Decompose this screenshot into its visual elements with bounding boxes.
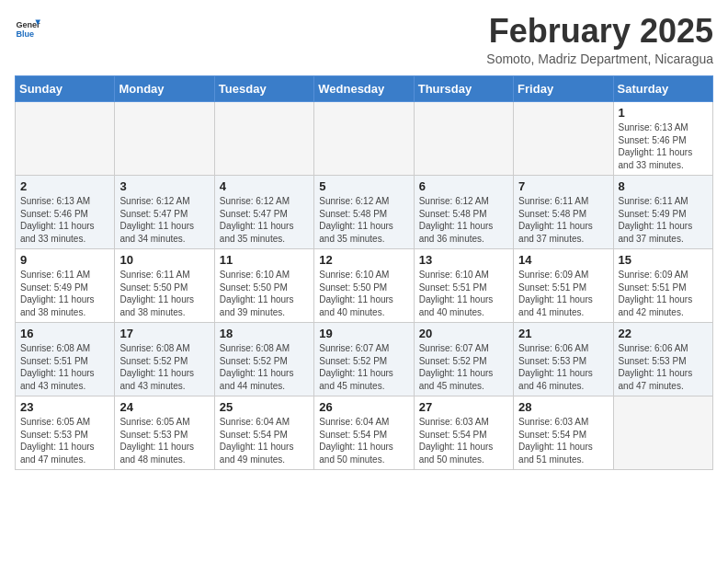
- calendar-cell: 5Sunrise: 6:12 AMSunset: 5:48 PMDaylight…: [314, 176, 414, 249]
- week-row-2: 2Sunrise: 6:13 AMSunset: 5:46 PMDaylight…: [16, 176, 713, 249]
- calendar-cell: 6Sunrise: 6:12 AMSunset: 5:48 PMDaylight…: [414, 176, 513, 249]
- day-info: Sunrise: 6:08 AMSunset: 5:51 PMDaylight:…: [20, 342, 109, 392]
- calendar-table: SundayMondayTuesdayWednesdayThursdayFrid…: [15, 75, 713, 470]
- calendar-cell: [115, 102, 214, 176]
- calendar-cell: 8Sunrise: 6:11 AMSunset: 5:49 PMDaylight…: [613, 176, 712, 249]
- weekday-header-saturday: Saturday: [613, 76, 712, 102]
- title-block: February 2025 Somoto, Madriz Department,…: [486, 15, 713, 66]
- day-info: Sunrise: 6:09 AMSunset: 5:51 PMDaylight:…: [619, 269, 708, 318]
- day-number: 13: [419, 253, 508, 267]
- day-number: 28: [518, 400, 608, 414]
- weekday-header-thursday: Thursday: [414, 76, 513, 102]
- day-info: Sunrise: 6:03 AMSunset: 5:54 PMDaylight:…: [419, 416, 508, 465]
- day-number: 1: [619, 106, 708, 120]
- calendar-cell: 28Sunrise: 6:03 AMSunset: 5:54 PMDayligh…: [514, 396, 613, 470]
- calendar-cell: [16, 102, 115, 176]
- day-info: Sunrise: 6:09 AMSunset: 5:51 PMDaylight:…: [518, 269, 608, 318]
- calendar-cell: 12Sunrise: 6:10 AMSunset: 5:50 PMDayligh…: [314, 249, 414, 323]
- calendar-cell: 2Sunrise: 6:13 AMSunset: 5:46 PMDaylight…: [16, 176, 115, 249]
- day-number: 18: [220, 327, 309, 340]
- day-number: 19: [319, 327, 408, 340]
- calendar-cell: [414, 102, 513, 176]
- day-info: Sunrise: 6:08 AMSunset: 5:52 PMDaylight:…: [220, 342, 309, 392]
- weekday-header-monday: Monday: [115, 76, 214, 102]
- day-number: 4: [220, 179, 309, 193]
- calendar-cell: 26Sunrise: 6:04 AMSunset: 5:54 PMDayligh…: [314, 396, 414, 470]
- calendar-cell: 17Sunrise: 6:08 AMSunset: 5:52 PMDayligh…: [115, 323, 214, 396]
- day-number: 23: [20, 400, 109, 414]
- day-info: Sunrise: 6:07 AMSunset: 5:52 PMDaylight:…: [319, 342, 408, 392]
- calendar-cell: 22Sunrise: 6:06 AMSunset: 5:53 PMDayligh…: [613, 323, 712, 396]
- day-info: Sunrise: 6:10 AMSunset: 5:50 PMDaylight:…: [220, 269, 309, 318]
- week-row-1: 1Sunrise: 6:13 AMSunset: 5:46 PMDaylight…: [16, 102, 713, 176]
- day-info: Sunrise: 6:11 AMSunset: 5:49 PMDaylight:…: [20, 269, 109, 318]
- weekday-header-friday: Friday: [514, 76, 613, 102]
- day-info: Sunrise: 6:12 AMSunset: 5:48 PMDaylight:…: [419, 195, 508, 245]
- calendar-cell: 19Sunrise: 6:07 AMSunset: 5:52 PMDayligh…: [314, 323, 414, 396]
- calendar-cell: 25Sunrise: 6:04 AMSunset: 5:54 PMDayligh…: [214, 396, 313, 470]
- day-info: Sunrise: 6:03 AMSunset: 5:54 PMDaylight:…: [518, 416, 608, 465]
- weekday-header-wednesday: Wednesday: [314, 76, 414, 102]
- week-row-5: 23Sunrise: 6:05 AMSunset: 5:53 PMDayligh…: [16, 396, 713, 470]
- day-number: 6: [419, 179, 508, 193]
- calendar-cell: 10Sunrise: 6:11 AMSunset: 5:50 PMDayligh…: [115, 249, 214, 323]
- day-info: Sunrise: 6:11 AMSunset: 5:48 PMDaylight:…: [518, 195, 608, 245]
- day-number: 27: [419, 400, 508, 414]
- day-info: Sunrise: 6:13 AMSunset: 5:46 PMDaylight:…: [20, 195, 109, 245]
- calendar-cell: 4Sunrise: 6:12 AMSunset: 5:47 PMDaylight…: [214, 176, 313, 249]
- calendar-cell: [514, 102, 613, 176]
- location-title: Somoto, Madriz Department, Nicaragua: [486, 52, 713, 66]
- calendar-cell: 3Sunrise: 6:12 AMSunset: 5:47 PMDaylight…: [115, 176, 214, 249]
- day-info: Sunrise: 6:13 AMSunset: 5:46 PMDaylight:…: [619, 121, 708, 171]
- day-number: 2: [20, 179, 109, 193]
- day-number: 17: [119, 327, 209, 340]
- day-number: 21: [518, 327, 608, 340]
- day-number: 8: [619, 179, 708, 193]
- calendar-cell: 20Sunrise: 6:07 AMSunset: 5:52 PMDayligh…: [414, 323, 513, 396]
- day-number: 12: [319, 253, 408, 267]
- day-number: 24: [119, 400, 209, 414]
- page-header: General Blue February 2025 Somoto, Madri…: [15, 15, 713, 66]
- logo-icon: General Blue: [15, 15, 40, 40]
- calendar-cell: [314, 102, 414, 176]
- week-row-3: 9Sunrise: 6:11 AMSunset: 5:49 PMDaylight…: [16, 249, 713, 323]
- day-number: 11: [220, 253, 309, 267]
- weekday-header-tuesday: Tuesday: [214, 76, 313, 102]
- day-info: Sunrise: 6:11 AMSunset: 5:50 PMDaylight:…: [119, 269, 209, 318]
- logo: General Blue: [15, 15, 40, 40]
- calendar-cell: 23Sunrise: 6:05 AMSunset: 5:53 PMDayligh…: [16, 396, 115, 470]
- weekday-header-sunday: Sunday: [16, 76, 115, 102]
- day-info: Sunrise: 6:04 AMSunset: 5:54 PMDaylight:…: [220, 416, 309, 465]
- calendar-cell: 18Sunrise: 6:08 AMSunset: 5:52 PMDayligh…: [214, 323, 313, 396]
- calendar-cell: [214, 102, 313, 176]
- day-number: 9: [20, 253, 109, 267]
- day-number: 3: [119, 179, 209, 193]
- day-info: Sunrise: 6:10 AMSunset: 5:51 PMDaylight:…: [419, 269, 508, 318]
- day-info: Sunrise: 6:12 AMSunset: 5:48 PMDaylight:…: [319, 195, 408, 245]
- weekday-header-row: SundayMondayTuesdayWednesdayThursdayFrid…: [16, 76, 713, 102]
- day-info: Sunrise: 6:05 AMSunset: 5:53 PMDaylight:…: [119, 416, 209, 465]
- day-info: Sunrise: 6:11 AMSunset: 5:49 PMDaylight:…: [619, 195, 708, 245]
- day-number: 15: [619, 253, 708, 267]
- calendar-cell: 24Sunrise: 6:05 AMSunset: 5:53 PMDayligh…: [115, 396, 214, 470]
- svg-text:Blue: Blue: [16, 29, 34, 39]
- calendar-cell: 16Sunrise: 6:08 AMSunset: 5:51 PMDayligh…: [16, 323, 115, 396]
- calendar-cell: 11Sunrise: 6:10 AMSunset: 5:50 PMDayligh…: [214, 249, 313, 323]
- day-info: Sunrise: 6:12 AMSunset: 5:47 PMDaylight:…: [119, 195, 209, 245]
- day-number: 16: [20, 327, 109, 340]
- week-row-4: 16Sunrise: 6:08 AMSunset: 5:51 PMDayligh…: [16, 323, 713, 396]
- calendar-cell: 27Sunrise: 6:03 AMSunset: 5:54 PMDayligh…: [414, 396, 513, 470]
- day-number: 14: [518, 253, 608, 267]
- calendar-cell: 13Sunrise: 6:10 AMSunset: 5:51 PMDayligh…: [414, 249, 513, 323]
- day-number: 20: [419, 327, 508, 340]
- day-info: Sunrise: 6:10 AMSunset: 5:50 PMDaylight:…: [319, 269, 408, 318]
- day-number: 22: [619, 327, 708, 340]
- day-number: 10: [119, 253, 209, 267]
- calendar-cell: 7Sunrise: 6:11 AMSunset: 5:48 PMDaylight…: [514, 176, 613, 249]
- day-number: 5: [319, 179, 408, 193]
- calendar-cell: 21Sunrise: 6:06 AMSunset: 5:53 PMDayligh…: [514, 323, 613, 396]
- day-info: Sunrise: 6:12 AMSunset: 5:47 PMDaylight:…: [220, 195, 309, 245]
- day-info: Sunrise: 6:04 AMSunset: 5:54 PMDaylight:…: [319, 416, 408, 465]
- calendar-cell: 15Sunrise: 6:09 AMSunset: 5:51 PMDayligh…: [613, 249, 712, 323]
- calendar-cell: 9Sunrise: 6:11 AMSunset: 5:49 PMDaylight…: [16, 249, 115, 323]
